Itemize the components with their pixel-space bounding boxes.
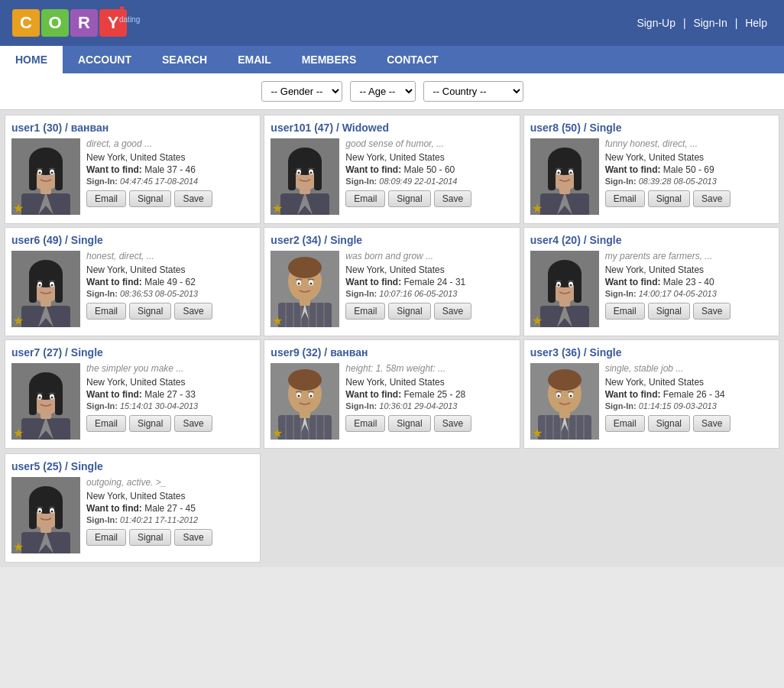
want-user3: Want to find: Female 26 - 34 [605,389,773,400]
avatar-user1: ★ [11,138,80,217]
signal-btn-user9[interactable]: Signal [388,415,430,432]
save-btn-user7[interactable]: Save [174,415,212,432]
tagline-user1: direct, a good ... [86,138,254,149]
svg-rect-82 [574,272,582,303]
email-btn-user3[interactable]: Email [605,415,645,432]
help-link[interactable]: Help [745,17,767,29]
save-btn-user6[interactable]: Save [174,303,212,320]
nav-email[interactable]: EMAIL [222,46,287,73]
email-btn-user101[interactable]: Email [345,190,385,207]
age-filter[interactable]: -- Age -- 18-25 26-35 36-45 46-55 56+ [350,81,416,102]
signal-btn-user2[interactable]: Signal [388,303,430,320]
svg-rect-8 [29,160,37,190]
tagline-user101: good sense of humor, ... [345,138,513,149]
svg-point-72 [310,283,313,285]
email-btn-user9[interactable]: Email [345,415,385,432]
save-btn-user3[interactable]: Save [693,415,731,432]
location-user7: New York, United States [86,377,254,388]
card-title-user6: user6 (49) / Single [11,234,254,246]
svg-point-71 [298,283,300,285]
svg-rect-23 [314,160,322,190]
nav-members[interactable]: MEMBERS [287,46,372,73]
want-user8: Want to find: Male 50 - 69 [605,164,773,175]
user-card-user2: user2 (34) / Single ★ [264,227,520,336]
card-title-user1: user1 (30) / ванван [11,122,254,134]
location-user4: New York, United States [605,264,773,275]
country-filter[interactable]: -- Country -- United States Canada Unite… [423,81,523,102]
email-btn-user1[interactable]: Email [86,190,126,207]
bottom-grid: user5 (25) / Single ★ outgoing, active. … [0,453,784,567]
location-user6: New York, United States [86,264,254,275]
tagline-user9: height: 1. 58m weight: ... [345,363,513,374]
avatar-user9: ★ [271,363,339,442]
svg-rect-51 [55,272,63,303]
signal-btn-user8[interactable]: Signal [648,190,690,207]
signal-btn-user5[interactable]: Signal [129,529,171,546]
star-badge-user3: ★ [532,426,543,440]
save-btn-user9[interactable]: Save [434,415,471,432]
tagline-user2: was born and grow ... [345,251,513,261]
signin-user101: Sign-In: 08:09:49 22-01-2014 [345,177,513,186]
signal-btn-user4[interactable]: Signal [648,303,690,320]
signup-link[interactable]: Sign-Up [637,17,675,29]
svg-point-130 [548,369,582,391]
tagline-user6: honest, direct, ... [86,251,254,261]
email-btn-user4[interactable]: Email [605,303,645,320]
signal-btn-user101[interactable]: Signal [388,190,430,207]
nav-contact[interactable]: CONTACT [371,46,453,73]
svg-rect-143 [29,498,37,529]
heart-icon: ♥ dating [119,3,140,24]
location-user2: New York, United States [345,264,513,275]
user-grid: user1 (30) / ванван ★ direct, a [0,110,784,453]
avatar-user6: ★ [11,251,80,329]
email-btn-user7[interactable]: Email [86,415,126,432]
signal-btn-user3[interactable]: Signal [648,415,690,432]
filter-bar: -- Gender -- Male Female -- Age -- 18-25… [0,73,784,110]
signin-link[interactable]: Sign-In [693,17,727,29]
email-btn-user5[interactable]: Email [86,529,126,546]
avatar-user3: ★ [530,363,599,442]
email-btn-user6[interactable]: Email [86,303,126,320]
signal-btn-user7[interactable]: Signal [129,415,171,432]
save-btn-user2[interactable]: Save [434,303,471,320]
location-user8: New York, United States [605,152,773,163]
user-card-user3: user3 (36) / Single ★ [523,339,779,449]
svg-point-41 [569,172,572,174]
save-btn-user1[interactable]: Save [174,190,212,207]
logo-o: O [41,9,69,37]
email-btn-user8[interactable]: Email [605,190,645,207]
svg-point-26 [298,172,300,174]
email-btn-user2[interactable]: Email [345,303,385,320]
svg-point-12 [39,172,41,174]
signin-user1: Sign-In: 04:47:45 17-08-2014 [86,177,254,186]
want-user4: Want to find: Male 23 - 40 [605,277,773,287]
nav-home[interactable]: HOME [0,46,63,73]
save-btn-user4[interactable]: Save [693,303,731,320]
top-links: Sign-Up | Sign-In | Help [632,17,772,29]
tagline-user4: my parents are farmers, ... [605,251,773,261]
tagline-user5: outgoing, active. >_ [86,477,254,488]
nav-search[interactable]: SEARCH [147,46,222,73]
gender-filter[interactable]: -- Gender -- Male Female [261,81,342,102]
logo-c: C [12,9,40,37]
signal-btn-user6[interactable]: Signal [129,303,171,320]
signin-user7: Sign-In: 15:14:01 30-04-2013 [86,401,254,411]
save-btn-user5[interactable]: Save [174,529,212,546]
card-title-user7: user7 (27) / Single [11,346,254,359]
save-btn-user8[interactable]: Save [693,190,731,207]
star-badge-user4: ★ [532,313,543,328]
user-card-user101: user101 (47) / Widowed ★ good s [264,115,520,224]
avatar-user7: ★ [11,363,80,442]
svg-rect-144 [55,498,63,529]
nav-account[interactable]: ACCOUNT [63,46,147,73]
svg-point-116 [298,395,300,398]
card-title-user9: user9 (32) / ванван [271,346,513,359]
avatar-user8: ★ [530,138,599,217]
want-user6: Want to find: Male 49 - 62 [86,277,254,287]
signal-btn-user1[interactable]: Signal [129,190,171,207]
tagline-user3: single, stable job ... [605,363,773,374]
want-user7: Want to find: Male 27 - 33 [86,389,254,400]
save-btn-user101[interactable]: Save [434,190,471,207]
signin-user9: Sign-In: 10:36:01 29-04-2013 [345,401,513,411]
location-user5: New York, United States [86,491,254,501]
